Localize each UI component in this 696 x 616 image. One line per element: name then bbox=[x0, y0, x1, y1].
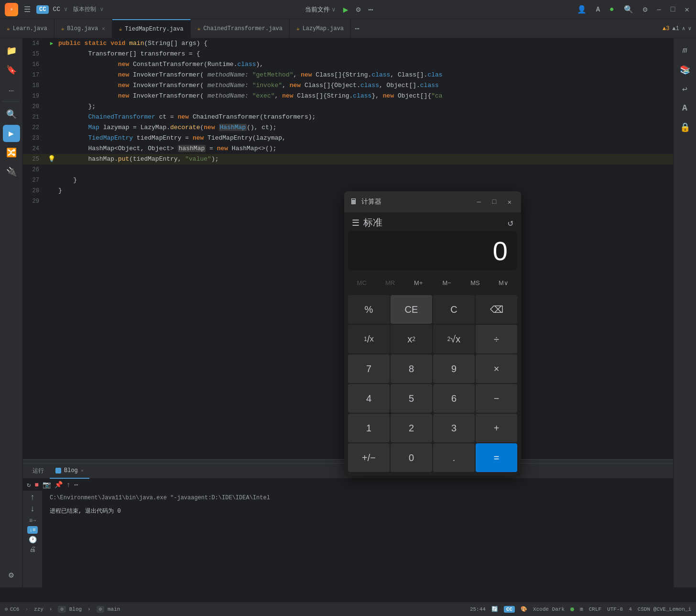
collapse-btn[interactable]: ∨ bbox=[688, 25, 691, 32]
tab-blog[interactable]: ☕ Blog.java ✕ bbox=[54, 19, 112, 38]
pin-icon[interactable]: 📌 bbox=[54, 481, 63, 489]
more-actions-icon[interactable]: ⋯ bbox=[368, 4, 373, 15]
sidebar-icon-find[interactable]: 🔍 bbox=[3, 106, 20, 123]
sidebar-icon-git[interactable]: 🔀 bbox=[3, 144, 20, 161]
tab-lazymap[interactable]: ☕ LazyMap.java bbox=[290, 19, 351, 38]
right-icon-m[interactable]: m bbox=[676, 42, 694, 59]
stop-icon[interactable]: ■ bbox=[34, 481, 38, 489]
right-icon-translate[interactable]: A bbox=[676, 99, 694, 117]
tab-close-blog[interactable]: ✕ bbox=[102, 25, 105, 32]
bottom-icon2[interactable]: ↓≡ bbox=[27, 526, 37, 534]
clock-icon[interactable]: 🕐 bbox=[29, 536, 37, 544]
bottom-tab-blog[interactable]: Blog ✕ bbox=[50, 463, 89, 479]
calc-subtract-btn[interactable]: − bbox=[476, 384, 517, 413]
status-branch[interactable]: ⊙ CC6 bbox=[5, 606, 19, 612]
calc-ms-btn[interactable]: MS bbox=[461, 274, 489, 291]
right-icon-db[interactable]: 📚 bbox=[676, 61, 694, 78]
calc-percent-btn[interactable]: % bbox=[348, 295, 390, 324]
restart-icon[interactable]: ↻ bbox=[27, 481, 31, 489]
sidebar-icon-run[interactable]: ▶ bbox=[3, 125, 20, 142]
calc-8-btn[interactable]: 8 bbox=[391, 354, 432, 383]
wrap-icon[interactable]: ≡→ bbox=[29, 517, 36, 524]
calc-c-btn[interactable]: C bbox=[433, 295, 475, 324]
calc-square-btn[interactable]: x2 bbox=[391, 325, 432, 353]
sidebar-icon-bottom1[interactable]: ⚙ bbox=[3, 566, 20, 583]
settings-icon[interactable]: ⚙ bbox=[641, 3, 650, 16]
sidebar-icon-bookmarks[interactable]: 🔖 bbox=[3, 61, 20, 78]
calc-0-btn[interactable]: 0 bbox=[391, 443, 432, 472]
calc-mplus-btn[interactable]: M+ bbox=[405, 274, 432, 291]
tab-learn[interactable]: ☕ Learn.java bbox=[0, 19, 54, 38]
calc-5-btn[interactable]: 5 bbox=[391, 384, 432, 413]
status-path-user: zzy bbox=[34, 606, 44, 612]
minimize-btn[interactable]: — bbox=[655, 4, 663, 15]
calc-add-btn[interactable]: + bbox=[476, 414, 517, 442]
calc-minimize-btn[interactable]: — bbox=[473, 196, 485, 208]
search-icon[interactable]: 🔍 bbox=[622, 3, 635, 16]
calc-mr-btn[interactable]: MR bbox=[376, 274, 403, 291]
tabs-more-btn[interactable]: ⋯ bbox=[351, 24, 363, 33]
translate-icon[interactable]: A bbox=[594, 4, 602, 15]
expand-btn[interactable]: ∧ bbox=[682, 25, 685, 32]
calc-hamburger-icon[interactable]: ☰ bbox=[352, 218, 359, 228]
calc-memory-row: MC MR M+ M− MS M∨ bbox=[348, 274, 517, 291]
tab-chainedtransformer[interactable]: ☕ ChainedTransformer.java bbox=[191, 19, 290, 38]
circle-icon[interactable]: ● bbox=[608, 3, 616, 16]
right-icon-lock[interactable]: 🔒 bbox=[676, 119, 694, 136]
tab-tiedmapentry[interactable]: ☕ TiedMapEntry.java bbox=[112, 19, 191, 38]
calc-mv-btn[interactable]: M∨ bbox=[490, 274, 517, 291]
calc-maximize-btn[interactable]: □ bbox=[489, 196, 500, 208]
sidebar-icon-project[interactable]: 📁 bbox=[3, 42, 20, 59]
calc-decimal-btn[interactable]: . bbox=[433, 443, 475, 472]
calc-1-btn[interactable]: 1 bbox=[348, 414, 390, 442]
calc-backspace-btn[interactable]: ⌫ bbox=[476, 295, 517, 324]
status-sync-icon[interactable]: 🔄 bbox=[491, 606, 498, 612]
calc-mode-label: 标准 bbox=[363, 216, 504, 229]
bottom-toolbar: ↻ ■ 📷 📌 ↑ ⋯ bbox=[23, 479, 673, 491]
calc-7-btn[interactable]: 7 bbox=[348, 354, 390, 383]
calc-4-btn[interactable]: 4 bbox=[348, 384, 390, 413]
sidebar-icon-plugins[interactable]: 🔌 bbox=[3, 163, 20, 180]
status-encoding[interactable]: CRLF bbox=[589, 606, 601, 612]
calc-multiply-btn[interactable]: × bbox=[476, 354, 517, 383]
status-charset[interactable]: UTF-8 bbox=[607, 606, 623, 612]
print-icon[interactable]: 🖨 bbox=[29, 546, 36, 553]
right-icon-history[interactable]: ↩ bbox=[676, 80, 694, 98]
user-icon[interactable]: 👤 bbox=[575, 3, 588, 16]
calc-3-btn[interactable]: 3 bbox=[433, 414, 475, 442]
calc-equals-btn[interactable]: = bbox=[476, 443, 517, 472]
scroll-up-icon[interactable]: ↑ bbox=[30, 493, 35, 502]
calc-9-btn[interactable]: 9 bbox=[433, 354, 475, 383]
code-line-25: 25 💡 hashMap.put(tiedMapEntry, "value"); bbox=[23, 154, 673, 165]
current-file-label[interactable]: 当前文件 ∨ bbox=[305, 5, 336, 14]
cc-badge[interactable]: CC bbox=[36, 5, 49, 14]
code-line-26: 26 bbox=[23, 165, 673, 175]
calc-sqrt-btn[interactable]: 2√x bbox=[433, 325, 475, 353]
bottom-tab-run[interactable]: 运行 bbox=[27, 463, 50, 479]
code-content: 14 ▶ public static void main(String[] ar… bbox=[23, 38, 673, 207]
calc-2-btn[interactable]: 2 bbox=[391, 414, 432, 442]
calc-mc-btn[interactable]: MC bbox=[348, 274, 375, 291]
hamburger-menu[interactable]: ☰ bbox=[22, 3, 33, 16]
up-icon[interactable]: ↑ bbox=[66, 481, 70, 489]
close-btn[interactable]: ✕ bbox=[683, 3, 691, 16]
calc-close-btn[interactable]: ✕ bbox=[504, 196, 515, 208]
code-line-27: 27 } bbox=[23, 175, 673, 186]
run-icon[interactable]: ▶ bbox=[343, 4, 348, 15]
vcs-label[interactable]: 版本控制 bbox=[73, 5, 96, 13]
debug-icon[interactable]: ⚙ bbox=[356, 5, 361, 14]
calc-mminus-btn[interactable]: M− bbox=[433, 274, 460, 291]
calc-reciprocal-btn[interactable]: 1/x bbox=[348, 325, 390, 353]
scroll-down-icon[interactable]: ↓ bbox=[30, 504, 35, 514]
status-xcode-icon: 🎨 bbox=[521, 606, 527, 612]
more-icon[interactable]: ⋯ bbox=[74, 481, 78, 489]
maximize-btn[interactable]: □ bbox=[669, 3, 677, 16]
sidebar-icon-more[interactable]: … bbox=[3, 80, 20, 98]
capture-icon[interactable]: 📷 bbox=[43, 481, 51, 489]
calc-divide-btn[interactable]: ÷ bbox=[476, 325, 517, 353]
calc-history-icon[interactable]: ↺ bbox=[508, 217, 513, 229]
calc-6-btn[interactable]: 6 bbox=[433, 384, 475, 413]
bottom-tab-close[interactable]: ✕ bbox=[81, 468, 84, 473]
calc-ce-btn[interactable]: CE bbox=[391, 295, 432, 324]
calc-negate-btn[interactable]: +/− bbox=[348, 443, 390, 472]
